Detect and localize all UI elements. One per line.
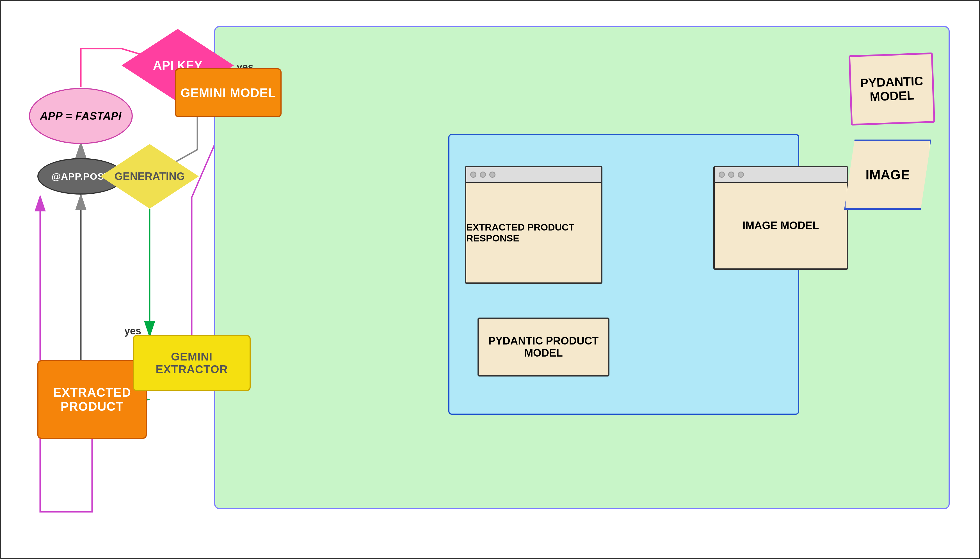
diagram-container: Image Model Extracted Product Response P… bbox=[0, 0, 980, 559]
generating-label: Generating bbox=[101, 144, 199, 208]
browser-dot-1 bbox=[719, 172, 725, 178]
extracted-resp-dot-1 bbox=[470, 172, 476, 178]
generating-diamond: Generating bbox=[101, 144, 199, 208]
extracted-resp-dot-3 bbox=[489, 172, 496, 178]
image-model-browser-bar bbox=[715, 167, 847, 183]
extracted-response-label: Extracted Product Response bbox=[466, 183, 601, 283]
extracted-resp-dot-2 bbox=[480, 172, 486, 178]
extracted-product-label: Extracted Product bbox=[38, 385, 146, 413]
gemini-model-label: Gemini Model bbox=[180, 86, 276, 100]
image-model-label: Image Model bbox=[715, 183, 847, 268]
green-container: Image Model Extracted Product Response P… bbox=[214, 26, 950, 509]
fastapi-node: app = FastAPI bbox=[29, 88, 133, 144]
image-model-node: Image Model bbox=[713, 166, 848, 270]
gemini-extractor-node: Gemini Extractor bbox=[133, 335, 251, 391]
gemini-model-node: Gemini Model bbox=[175, 68, 282, 117]
image-node: Image bbox=[844, 139, 931, 210]
image-label: Image bbox=[866, 167, 909, 182]
fastapi-label: app = FastAPI bbox=[40, 110, 122, 122]
browser-dot-2 bbox=[728, 172, 734, 178]
blue-container: Image Model Extracted Product Response P… bbox=[448, 134, 799, 415]
extracted-product-node: Extracted Product bbox=[37, 360, 147, 439]
extracted-response-node: Extracted Product Response bbox=[465, 166, 602, 284]
pydantic-model-label: Pydantic Model bbox=[851, 74, 932, 104]
gemini-extractor-label: Gemini Extractor bbox=[134, 351, 250, 375]
browser-dot-3 bbox=[738, 172, 744, 178]
extracted-response-browser-bar bbox=[466, 167, 601, 183]
pydantic-model-node: Pydantic Model bbox=[849, 53, 935, 126]
pydantic-product-node: Pydantic Product Model bbox=[478, 318, 610, 377]
pydantic-product-label: Pydantic Product Model bbox=[479, 335, 608, 359]
